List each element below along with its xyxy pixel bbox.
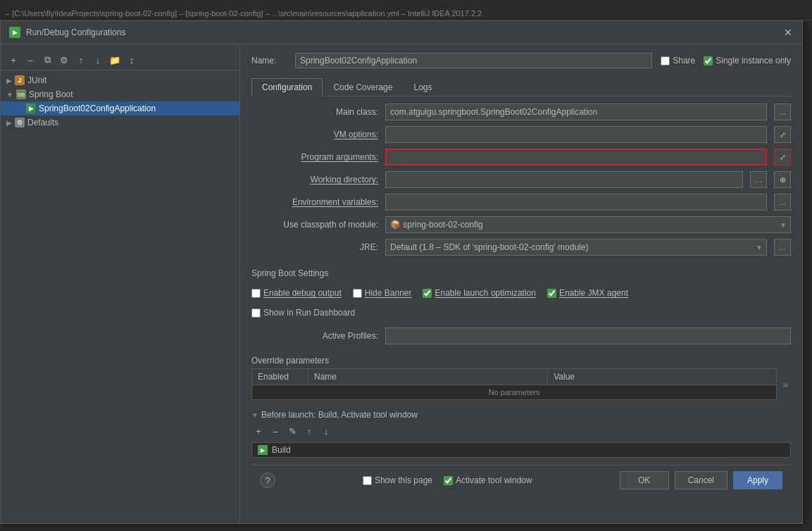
tree-item-defaults[interactable]: ▶ ⚙ Defaults	[1, 115, 239, 130]
working-directory-label-text: Working directory:	[311, 175, 378, 185]
vm-options-label-text: VM options:	[334, 130, 378, 139]
working-directory-input[interactable]	[385, 171, 743, 188]
classpath-module-select[interactable]: 📦 spring-boot-02-config	[385, 216, 791, 233]
environment-variables-input[interactable]	[385, 194, 767, 211]
expand-arrow-launch: ▼	[251, 411, 258, 419]
share-checkbox[interactable]	[661, 56, 670, 65]
working-dir-action-button[interactable]: ⊕	[774, 171, 791, 188]
expand-arrow-spring: ▼	[6, 91, 13, 99]
close-button[interactable]: ✕	[782, 27, 794, 38]
working-directory-label: Working directory:	[251, 175, 378, 185]
program-arguments-input[interactable]	[385, 149, 767, 165]
show-dashboard-label: Show in Run Dashboard	[263, 308, 355, 318]
override-params-title: Override parameters	[251, 356, 791, 366]
activate-window-label: Activate tool window	[456, 475, 532, 485]
tab-logs[interactable]: Logs	[403, 78, 442, 96]
bottom-section: ? Show this page Activate tool window OK	[251, 465, 791, 495]
tree-item-spring-boot[interactable]: ▼ SB Spring Boot	[1, 87, 239, 101]
show-dashboard-row: Show in Run Dashboard	[251, 308, 791, 318]
env-vars-browse-button[interactable]: …	[774, 194, 791, 211]
bottom-checkboxes: Show this page Activate tool window	[363, 475, 532, 485]
hide-banner-checkbox[interactable]	[353, 289, 362, 298]
jre-select[interactable]: Default (1.8 – SDK of 'spring-boot-02-co…	[385, 239, 767, 256]
before-launch-section: ▼ Before launch: Build, Activate tool wi…	[251, 410, 791, 458]
main-class-input[interactable]	[385, 104, 767, 120]
junit-label: JUnit	[27, 75, 46, 85]
spring-boot-checkboxes: Enable debug output Hide Banner Enable l…	[251, 288, 791, 298]
main-class-browse-button[interactable]: …	[774, 104, 791, 120]
remove-config-button[interactable]: –	[23, 53, 37, 67]
enable-launch-label: Enable launch optimization	[435, 288, 535, 298]
launch-down-button[interactable]: ↓	[319, 424, 333, 438]
launch-up-button[interactable]: ↑	[302, 424, 316, 438]
single-instance-label: Single instance only	[716, 56, 791, 65]
active-profiles-row: Active Profiles:	[251, 327, 791, 344]
main-class-row: Main class: …	[251, 104, 791, 120]
expand-arrow-junit: ▶	[6, 77, 12, 85]
col-name: Name	[308, 369, 548, 385]
vm-options-row: VM options: ⤢	[251, 126, 791, 143]
cancel-button[interactable]: Cancel	[675, 471, 727, 489]
launch-edit-button[interactable]: ✎	[285, 424, 299, 438]
folder-button[interactable]: 📁	[108, 53, 122, 67]
bottom-buttons: OK Cancel Apply	[620, 471, 782, 489]
launch-toolbar: + – ✎ ↑ ↓	[251, 424, 791, 438]
jre-browse-button[interactable]: …	[774, 239, 791, 256]
jre-select-wrapper: Default (1.8 – SDK of 'spring-boot-02-co…	[385, 239, 767, 256]
spring-boot-label: Spring Boot	[29, 89, 73, 99]
active-profiles-input[interactable]	[385, 327, 791, 344]
program-arguments-expand-button[interactable]: ⤢	[774, 149, 791, 165]
hide-banner-label: Hide Banner	[365, 288, 412, 298]
before-launch-label: Before launch: Build, Activate tool wind…	[261, 410, 418, 420]
build-label: Build	[272, 445, 291, 455]
vm-options-expand-button[interactable]: ⤢	[774, 126, 791, 143]
help-button[interactable]: ?	[260, 473, 275, 488]
tab-code-coverage[interactable]: Code Coverage	[323, 78, 403, 96]
activate-window-row: Activate tool window	[444, 475, 532, 485]
environment-variables-label-text: Environment variables:	[292, 197, 378, 207]
vm-options-label: VM options:	[251, 130, 378, 139]
vm-options-input[interactable]	[385, 126, 767, 143]
share-row: Share	[661, 56, 695, 65]
tab-configuration[interactable]: Configuration	[251, 78, 323, 96]
spring-boot-icon: SB	[16, 89, 26, 99]
sort-button[interactable]: ↕	[125, 53, 139, 67]
apply-button[interactable]: Apply	[733, 471, 782, 489]
name-input[interactable]	[295, 53, 652, 68]
single-instance-checkbox[interactable]	[704, 56, 713, 65]
move-up-button[interactable]: ↑	[74, 53, 88, 67]
show-page-label: Show this page	[375, 475, 432, 485]
classpath-module-label: Use classpath of module:	[251, 220, 378, 230]
environment-variables-row: Environment variables: …	[251, 194, 791, 211]
program-arguments-row: Program arguments: ⤢	[251, 149, 791, 165]
launch-build-item[interactable]: ▶ Build	[251, 442, 791, 458]
params-nav-up[interactable]: »	[780, 377, 791, 392]
no-params-text: No parameters	[252, 385, 777, 400]
show-page-checkbox[interactable]	[363, 476, 372, 485]
enable-launch-checkbox[interactable]	[423, 289, 432, 298]
launch-remove-button[interactable]: –	[268, 424, 282, 438]
copy-config-button[interactable]: ⧉	[40, 53, 54, 67]
program-arguments-label: Program arguments:	[251, 152, 378, 162]
tree-item-app[interactable]: ▶ SpringBoot02ConfigApplication	[1, 101, 239, 115]
enable-debug-label: Enable debug output	[263, 288, 342, 298]
tree-item-junit[interactable]: ▶ J JUnit	[1, 73, 239, 87]
enable-jmx-row: Enable JMX agent	[547, 288, 628, 298]
share-label: Share	[673, 56, 695, 65]
activate-window-checkbox[interactable]	[444, 476, 453, 485]
launch-add-button[interactable]: +	[251, 424, 266, 438]
add-config-button[interactable]: +	[6, 53, 20, 67]
show-dashboard-checkbox[interactable]	[251, 308, 261, 318]
no-params-row: No parameters	[252, 385, 777, 400]
defaults-icon: ⚙	[15, 118, 25, 127]
ok-button[interactable]: OK	[620, 471, 669, 489]
jre-row: JRE: Default (1.8 – SDK of 'spring-boot-…	[251, 239, 791, 256]
app-label: SpringBoot02ConfigApplication	[39, 104, 156, 113]
hide-banner-row: Hide Banner	[353, 288, 412, 298]
move-down-button[interactable]: ↓	[91, 53, 105, 67]
settings-config-button[interactable]: ⚙	[57, 53, 71, 67]
enable-launch-row: Enable launch optimization	[423, 288, 535, 298]
enable-debug-checkbox[interactable]	[251, 289, 261, 298]
working-dir-browse-button[interactable]: …	[750, 171, 767, 188]
enable-jmx-checkbox[interactable]	[547, 289, 556, 298]
